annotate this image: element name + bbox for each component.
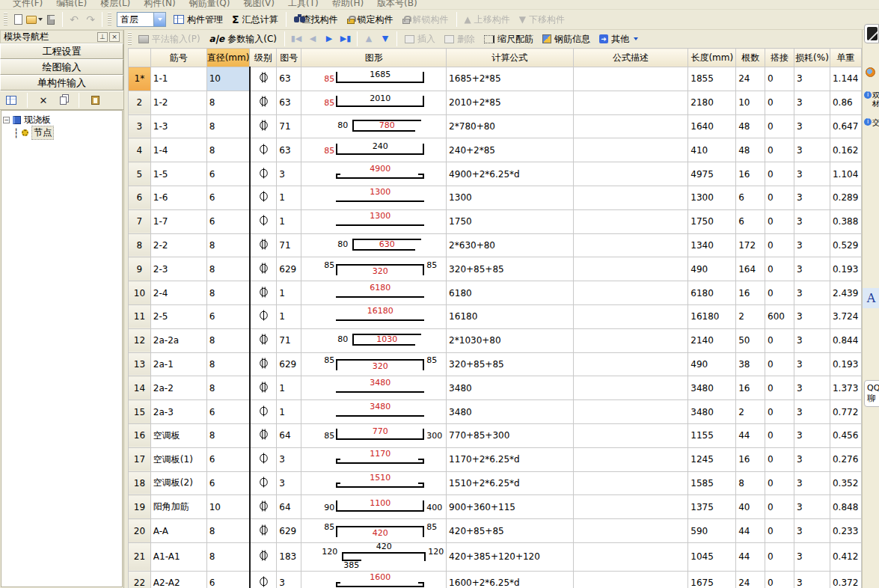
tree-expand-icon[interactable]: − (3, 117, 10, 123)
toolbar-button-param-input[interactable]: a|e参数输入(C) (205, 31, 281, 48)
lap-cell[interactable]: 0 (765, 519, 794, 543)
toolbar-button-other[interactable]: ➜其他 (595, 31, 643, 48)
diameter-cell[interactable]: 8 (206, 281, 250, 305)
row-number-cell[interactable]: 20 (129, 519, 151, 543)
nav-last-button[interactable]: ▶▮ (337, 31, 354, 47)
count-cell[interactable]: 2 (736, 400, 765, 424)
loss-cell[interactable]: 3 (794, 571, 830, 588)
loss-cell[interactable]: 3 (794, 304, 830, 328)
count-cell[interactable]: 24 (736, 67, 765, 91)
diameter-cell[interactable]: 8 (206, 423, 250, 447)
figure-number-cell[interactable]: 3 (277, 447, 301, 471)
lap-cell[interactable]: 0 (765, 495, 794, 519)
bar-id-cell[interactable]: 2a-2 (150, 376, 206, 400)
loss-cell[interactable]: 3 (794, 447, 830, 471)
length-cell[interactable]: 3480 (688, 400, 736, 424)
count-cell[interactable]: 44 (736, 542, 765, 571)
grade-cell[interactable] (250, 471, 277, 495)
toolbar-grip[interactable] (4, 13, 7, 26)
loss-cell[interactable]: 3 (794, 114, 830, 138)
loss-cell[interactable]: 3 (794, 162, 830, 186)
shape-cell[interactable]: 1510 (301, 471, 447, 495)
row-number-cell[interactable]: 11 (129, 304, 151, 328)
grade-cell[interactable] (250, 352, 277, 376)
count-cell[interactable]: 6 (736, 209, 765, 233)
formula-cell[interactable]: 240+2*85 (447, 138, 573, 162)
shape-cell[interactable]: 201085 (301, 91, 447, 114)
unit-weight-cell[interactable]: 0.456 (830, 423, 861, 447)
loss-cell[interactable]: 3 (794, 400, 830, 424)
length-cell[interactable]: 6180 (688, 281, 736, 305)
toolbar-button-sigma[interactable]: Σ汇总计算 (227, 11, 283, 28)
lap-cell[interactable]: 0 (765, 571, 794, 588)
diameter-cell[interactable]: 10 (206, 495, 250, 519)
count-cell[interactable]: 6 (736, 186, 765, 209)
loss-cell[interactable]: 3 (794, 257, 830, 281)
formula-cell[interactable]: 4900+2*6.25*d (447, 162, 573, 186)
formula-cell[interactable]: 1685+2*85 (447, 67, 573, 91)
diameter-cell[interactable]: 6 (206, 571, 250, 588)
pin-icon[interactable]: ⊥ (97, 32, 108, 42)
grade-cell[interactable] (250, 304, 277, 328)
grade-cell[interactable] (250, 519, 277, 543)
formula-cell[interactable]: 2*1030+80 (447, 328, 573, 352)
length-cell[interactable]: 3480 (688, 376, 736, 400)
menu-item[interactable]: 构件(N) (137, 0, 182, 6)
loss-cell[interactable]: 3 (794, 519, 830, 543)
figure-number-cell[interactable]: 64 (277, 423, 301, 447)
bar-id-cell[interactable]: 1-6 (150, 186, 206, 209)
count-cell[interactable]: 8 (736, 471, 765, 495)
lap-cell[interactable]: 0 (765, 67, 794, 91)
loss-cell[interactable]: 3 (794, 91, 830, 114)
bar-id-cell[interactable]: 1-7 (150, 209, 206, 233)
figure-number-cell[interactable]: 71 (277, 114, 301, 138)
shape-cell[interactable]: 110090400 (301, 495, 447, 519)
row-number-cell[interactable]: 4 (129, 138, 151, 162)
bar-id-cell[interactable]: 2a-2a (150, 328, 206, 352)
lap-cell[interactable]: 0 (765, 281, 794, 305)
figure-number-cell[interactable]: 1 (277, 186, 301, 209)
column-header[interactable]: 图形 (301, 49, 447, 67)
figure-number-cell[interactable]: 629 (277, 352, 301, 376)
shape-cell[interactable]: 24085 (301, 138, 447, 162)
unit-weight-cell[interactable]: 0.352 (830, 471, 861, 495)
formula-cell[interactable]: 420+385+120+120 (447, 542, 573, 571)
shape-cell[interactable]: 4900 (301, 162, 447, 186)
qq-chat-tab[interactable]: QQ聊 (864, 380, 879, 407)
formula-cell[interactable]: 6180 (447, 281, 573, 305)
loss-cell[interactable]: 3 (794, 233, 830, 257)
column-header[interactable]: 单重 (830, 49, 861, 67)
formula-cell[interactable]: 900+360+115 (447, 495, 573, 519)
formula-cell[interactable]: 420+85+85 (447, 519, 573, 543)
length-cell[interactable]: 1675 (688, 571, 736, 588)
count-cell[interactable]: 2 (736, 304, 765, 328)
unit-weight-cell[interactable]: 0.372 (830, 571, 861, 588)
floor-selector[interactable]: 首层 (117, 12, 166, 27)
count-cell[interactable]: 40 (736, 495, 765, 519)
menu-item[interactable]: 工具(T) (281, 0, 325, 6)
formula-desc-cell[interactable] (573, 162, 688, 186)
tree-child-node[interactable]: ┆节点 (13, 126, 120, 139)
shape-cell[interactable]: 120420385120 (301, 542, 447, 571)
grade-cell[interactable] (250, 328, 277, 352)
diameter-cell[interactable]: 8 (206, 376, 250, 400)
formula-desc-cell[interactable] (573, 352, 688, 376)
loss-cell[interactable]: 3 (794, 376, 830, 400)
length-cell[interactable]: 1245 (688, 447, 736, 471)
row-number-cell[interactable]: 13 (129, 352, 151, 376)
bar-id-cell[interactable]: 阳角加筋 (150, 495, 206, 519)
loss-cell[interactable]: 3 (794, 186, 830, 209)
row-number-cell[interactable]: 15 (129, 400, 151, 424)
row-number-cell[interactable]: 9 (129, 257, 151, 281)
formula-desc-cell[interactable] (573, 138, 688, 162)
diameter-cell[interactable]: 6 (206, 162, 250, 186)
row-number-cell[interactable]: 7 (129, 209, 151, 233)
grade-cell[interactable] (250, 162, 277, 186)
diameter-cell[interactable]: 8 (206, 138, 250, 162)
sidebar-nav-工程设置[interactable]: 工程设置 (0, 43, 123, 59)
figure-number-cell[interactable]: 63 (277, 67, 301, 91)
figure-number-cell[interactable]: 1 (277, 304, 301, 328)
diameter-cell[interactable]: 8 (206, 91, 250, 114)
loss-cell[interactable]: 3 (794, 495, 830, 519)
lap-cell[interactable]: 0 (765, 209, 794, 233)
